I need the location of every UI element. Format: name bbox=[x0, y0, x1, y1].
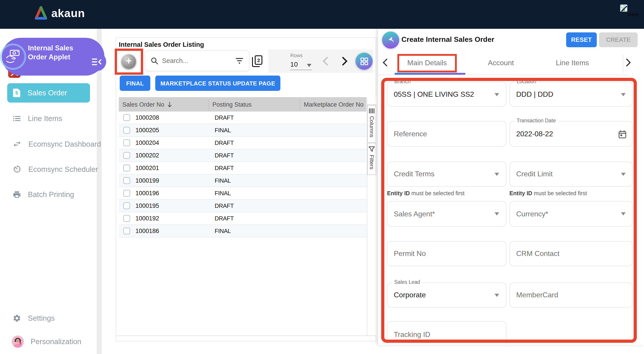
sidebar-item-ecomsync-dashboard[interactable]: Ecomsync Dashboard bbox=[12, 139, 102, 149]
table-row[interactable]: 1000208 DRAFT bbox=[119, 112, 366, 124]
filter-list-icon[interactable] bbox=[236, 58, 244, 64]
branch-label: Branch bbox=[392, 79, 413, 84]
timer-icon bbox=[12, 165, 22, 174]
table-row[interactable]: 1000205 FINAL bbox=[119, 124, 366, 137]
sidebar-item-label: Settings bbox=[28, 314, 55, 322]
next-page-button[interactable] bbox=[341, 56, 348, 66]
row-checkbox[interactable] bbox=[123, 190, 130, 197]
table-row[interactable]: 1000192 DRAFT bbox=[119, 212, 366, 225]
reset-button[interactable]: RESET bbox=[566, 32, 597, 47]
search-input[interactable] bbox=[162, 57, 236, 64]
tabs-next-chevron[interactable] bbox=[626, 58, 631, 68]
sort-desc-icon[interactable] bbox=[168, 101, 172, 107]
document-dollar-icon: $ bbox=[13, 89, 20, 97]
sales-order-no: 1000196 bbox=[136, 190, 159, 197]
location-value: DDD | DDD bbox=[516, 90, 553, 98]
table-row[interactable]: 1000204 DRAFT bbox=[119, 137, 366, 149]
list-icon bbox=[12, 114, 21, 123]
calendar-icon[interactable] bbox=[618, 130, 626, 139]
permit-no-field[interactable]: Permit No bbox=[387, 241, 506, 266]
sidebar-item-settings[interactable]: Settings bbox=[12, 313, 102, 324]
rows-per-page-select[interactable]: 10 bbox=[290, 60, 298, 68]
tabs-prev-chevron[interactable] bbox=[382, 58, 388, 68]
row-checkbox[interactable] bbox=[123, 228, 130, 234]
user-menu[interactable]: user bbox=[620, 4, 643, 18]
sidebar-item-line-items[interactable]: Line Items bbox=[12, 113, 102, 124]
table-footer-divider bbox=[116, 336, 376, 336]
column-divider bbox=[300, 98, 300, 110]
posting-status: DRAFT bbox=[215, 152, 234, 159]
sales-order-no: 1000208 bbox=[136, 114, 159, 121]
sidebar-item-sales-order[interactable]: $ Sales Order bbox=[7, 83, 90, 103]
row-checkbox[interactable] bbox=[123, 177, 130, 184]
sales-lead-label: Sales Lead bbox=[392, 279, 422, 285]
sidebar-item-personalization[interactable]: Personalization bbox=[12, 336, 102, 347]
row-checkbox[interactable] bbox=[123, 114, 130, 121]
duplicate-page-icon[interactable]: 2 bbox=[252, 55, 262, 67]
akaun-triangle-icon bbox=[34, 5, 48, 21]
crm-contact-field[interactable]: CRM Contact bbox=[510, 241, 633, 266]
rows-caret-icon[interactable] bbox=[307, 64, 312, 67]
transaction-date-field[interactable]: Transaction Date 2022-08-22 bbox=[510, 121, 633, 147]
columns-side-tab[interactable]: Columns bbox=[367, 105, 376, 143]
sales-lead-select[interactable]: Sales Lead Corporate bbox=[387, 283, 506, 308]
rows-per-page-label: Rows bbox=[290, 53, 303, 58]
location-label: Location bbox=[514, 79, 538, 84]
previous-page-button[interactable] bbox=[321, 56, 328, 66]
table-row[interactable]: 1000186 FINAL bbox=[119, 225, 366, 238]
printer-icon bbox=[12, 190, 21, 199]
final-filter-button[interactable]: FINAL bbox=[120, 75, 150, 91]
location-select[interactable]: Location DDD | DDD bbox=[510, 82, 633, 107]
sales-agent-select[interactable]: Sales Agent* bbox=[387, 201, 506, 227]
tab-label: Line Items bbox=[556, 59, 589, 67]
back-button[interactable] bbox=[382, 31, 399, 48]
member-card-field[interactable]: MemberCard bbox=[510, 283, 633, 308]
transaction-date-label: Transaction Date bbox=[514, 118, 558, 123]
row-checkbox[interactable] bbox=[123, 152, 130, 159]
row-checkbox[interactable] bbox=[123, 165, 130, 171]
currency-select[interactable]: Currency* bbox=[510, 201, 633, 227]
search-icon bbox=[151, 57, 158, 64]
posting-status: FINAL bbox=[215, 190, 231, 197]
app-window: akaun user bbox=[0, 0, 644, 354]
row-checkbox[interactable] bbox=[123, 202, 130, 209]
posting-status: DRAFT bbox=[215, 215, 234, 222]
sidebar-collapse-button[interactable] bbox=[87, 52, 106, 71]
table-row[interactable]: 1000201 DRAFT bbox=[119, 162, 366, 175]
sidebar-item-label: Personalization bbox=[30, 337, 82, 346]
add-sales-order-button[interactable]: + bbox=[121, 54, 136, 69]
column-header-posting-status[interactable]: Posting Status bbox=[212, 101, 252, 108]
table-row[interactable]: 1000195 DRAFT bbox=[119, 200, 366, 212]
column-header-sales-order-no[interactable]: Sales Order No bbox=[122, 101, 164, 108]
back-arrow-icon bbox=[386, 35, 396, 45]
helper-bold: Entity ID bbox=[387, 190, 410, 197]
brand-name: akaun bbox=[51, 6, 85, 19]
row-checkbox[interactable] bbox=[123, 139, 130, 146]
table-row[interactable]: 1000196 FINAL bbox=[119, 187, 366, 200]
tab-main-details[interactable]: Main Details bbox=[398, 57, 457, 69]
tracking-id-field[interactable]: Tracking ID bbox=[387, 321, 506, 345]
credit-limit-select[interactable]: Credit Limit bbox=[510, 161, 633, 187]
rows-select-underline bbox=[290, 70, 312, 70]
row-checkbox[interactable] bbox=[123, 215, 130, 222]
branch-select[interactable]: Branch 05SS | ONE LIVING SS2 bbox=[387, 82, 506, 107]
row-checkbox[interactable] bbox=[123, 127, 130, 134]
marketplace-status-update-button[interactable]: MARKETPLACE STATUS UPDATE PAGE bbox=[155, 75, 280, 91]
filters-side-tab[interactable]: Filters bbox=[367, 143, 376, 175]
grid-view-button[interactable] bbox=[356, 53, 373, 70]
reference-field[interactable]: Reference bbox=[387, 121, 506, 147]
credit-limit-placeholder: Credit Limit bbox=[516, 170, 553, 178]
credit-terms-select[interactable]: Credit Terms bbox=[387, 161, 506, 187]
tab-account[interactable]: Account bbox=[474, 57, 528, 69]
helper-rest: must be selected first bbox=[532, 190, 587, 197]
listing-title: Internal Sales Order Listing bbox=[119, 41, 204, 48]
column-header-marketplace-order-no[interactable]: Marketplace Order No bbox=[304, 101, 364, 108]
table-row[interactable]: 1000199 FINAL bbox=[119, 175, 366, 187]
sidebar-item-batch-printing[interactable]: Batch Printing bbox=[12, 189, 102, 200]
table-row[interactable]: 1000202 DRAFT bbox=[119, 149, 366, 162]
dropdown-caret-icon bbox=[621, 212, 626, 215]
sidebar-item-ecomsync-scheduler[interactable]: Ecomsync Scheduler bbox=[12, 164, 102, 175]
create-button[interactable]: CREATE bbox=[599, 32, 638, 47]
dropdown-caret-icon bbox=[621, 93, 626, 96]
tab-line-items[interactable]: Line Items bbox=[546, 57, 600, 69]
